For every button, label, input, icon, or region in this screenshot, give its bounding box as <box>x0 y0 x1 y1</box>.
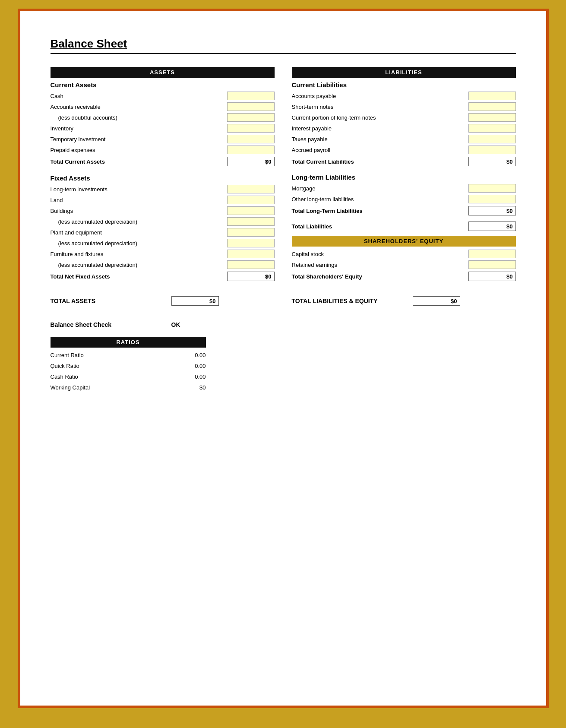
capital-stock-row: Capital stock <box>292 249 516 259</box>
working-capital-row: Working Capital $0 <box>51 383 206 392</box>
less-accum-dep3-input[interactable] <box>227 260 275 269</box>
taxes-payable-label: Taxes payable <box>292 136 328 142</box>
current-lt-notes-input[interactable] <box>468 113 516 122</box>
buildings-input[interactable] <box>227 206 275 215</box>
mortgage-row: Mortgage <box>292 184 516 193</box>
assets-column: ASSETS Current Assets Cash Accounts rece… <box>51 67 275 283</box>
liabilities-column: LIABILITIES Current Liabilities Accounts… <box>292 67 516 283</box>
interest-payable-input[interactable] <box>468 124 516 133</box>
less-accum-dep1-label: (less accumulated depreciation) <box>51 218 138 225</box>
longterm-investments-label: Long-term investments <box>51 186 108 193</box>
prepaid-row: Prepaid expenses <box>51 145 275 155</box>
accrued-payroll-input[interactable] <box>468 146 516 154</box>
retained-earnings-input[interactable] <box>468 260 516 269</box>
liabilities-header: LIABILITIES <box>292 67 516 78</box>
total-liabilities-label: Total Liabilities <box>292 223 332 230</box>
less-accum-dep3-row: (less accumulated depreciation) <box>51 260 275 269</box>
total-liabilities-equity-row: TOTAL LIABILITIES & EQUITY $0 <box>292 296 516 306</box>
current-lt-notes-row: Current portion of long-term notes <box>292 113 516 122</box>
capital-stock-label: Capital stock <box>292 251 324 257</box>
other-lt-liabilities-input[interactable] <box>468 195 516 203</box>
furniture-row: Furniture and fixtures <box>51 249 275 259</box>
mortgage-label: Mortgage <box>292 185 316 192</box>
accounts-payable-input[interactable] <box>468 92 516 100</box>
current-lt-notes-label: Current portion of long-term notes <box>292 114 376 121</box>
inventory-label: Inventory <box>51 125 73 132</box>
title-divider <box>51 53 516 54</box>
less-doubtful-label: (less doubtful accounts) <box>51 114 117 121</box>
inventory-row: Inventory <box>51 123 275 133</box>
cash-input[interactable] <box>227 92 275 100</box>
retained-earnings-row: Retained earnings <box>292 260 516 269</box>
accounts-receivable-input[interactable] <box>227 102 275 111</box>
assets-header: ASSETS <box>51 67 275 78</box>
total-shareholders-equity-label: Total Shareholders' Equity <box>292 273 362 280</box>
retained-earnings-label: Retained earnings <box>292 262 338 268</box>
longterm-liabilities-header: Long-term Liabilities <box>292 174 516 181</box>
total-current-assets-value: $0 <box>227 157 275 166</box>
total-current-liabilities-label: Total Current Liabilities <box>292 158 354 165</box>
total-liabilities-value: $0 <box>468 222 516 231</box>
ratios-header: RATIOS <box>51 337 206 348</box>
temp-investment-row: Temporary investment <box>51 134 275 144</box>
total-lt-liabilities-label: Total Long-Term Liabilities <box>292 208 363 214</box>
other-lt-liabilities-row: Other long-term liabilities <box>292 194 516 204</box>
land-label: Land <box>51 197 63 203</box>
capital-stock-input[interactable] <box>468 250 516 258</box>
taxes-payable-row: Taxes payable <box>292 134 516 144</box>
shareholders-equity-header: SHAREHOLDERS' EQUITY <box>292 236 516 247</box>
inventory-input[interactable] <box>227 124 275 133</box>
prepaid-input[interactable] <box>227 146 275 154</box>
plant-equipment-input[interactable] <box>227 228 275 237</box>
accounts-payable-label: Accounts payable <box>292 93 336 99</box>
total-current-liabilities-value: $0 <box>468 157 516 166</box>
interest-payable-label: Interest payable <box>292 125 332 132</box>
less-accum-dep2-label: (less accumulated depreciation) <box>51 240 138 247</box>
temp-investment-input[interactable] <box>227 135 275 143</box>
longterm-investments-row: Long-term investments <box>51 184 275 194</box>
total-assets-row: TOTAL ASSETS $0 <box>51 296 275 306</box>
mortgage-input[interactable] <box>468 184 516 193</box>
taxes-payable-input[interactable] <box>468 135 516 143</box>
less-accum-dep1-row: (less accumulated depreciation) <box>51 217 275 226</box>
short-term-notes-row: Short-term notes <box>292 102 516 111</box>
total-shareholders-equity-row: Total Shareholders' Equity $0 <box>292 271 516 282</box>
page-container: Balance Sheet ASSETS Current Assets Cash… <box>18 9 549 708</box>
current-ratio-row: Current Ratio 0.00 <box>51 350 206 360</box>
total-current-assets-label: Total Current Assets <box>51 158 105 165</box>
total-liabilities-equity-label: TOTAL LIABILITIES & EQUITY <box>292 298 413 304</box>
total-current-liabilities-row: Total Current Liabilities $0 <box>292 156 516 167</box>
buildings-label: Buildings <box>51 208 73 214</box>
total-current-assets-row: Total Current Assets $0 <box>51 156 275 167</box>
short-term-notes-input[interactable] <box>468 102 516 111</box>
interest-payable-row: Interest payable <box>292 123 516 133</box>
prepaid-label: Prepaid expenses <box>51 147 95 153</box>
ratios-section: RATIOS Current Ratio 0.00 Quick Ratio 0.… <box>51 337 206 392</box>
accounts-receivable-row: Accounts receivable <box>51 102 275 111</box>
longterm-investments-input[interactable] <box>227 185 275 193</box>
total-assets-value: $0 <box>171 296 219 306</box>
quick-ratio-value: 0.00 <box>158 363 206 369</box>
total-lt-liabilities-row: Total Long-Term Liabilities $0 <box>292 206 516 216</box>
furniture-input[interactable] <box>227 250 275 258</box>
less-doubtful-input[interactable] <box>227 113 275 122</box>
total-fixed-assets-label: Total Net Fixed Assets <box>51 273 110 280</box>
less-accum-dep2-input[interactable] <box>227 239 275 247</box>
total-assets-label: TOTAL ASSETS <box>51 298 171 304</box>
less-accum-dep1-input[interactable] <box>227 217 275 226</box>
land-input[interactable] <box>227 196 275 204</box>
other-lt-liabilities-label: Other long-term liabilities <box>292 196 354 203</box>
page-title: Balance Sheet <box>51 37 516 51</box>
quick-ratio-label: Quick Ratio <box>51 363 79 369</box>
cash-row: Cash <box>51 91 275 101</box>
cash-ratio-row: Cash Ratio 0.00 <box>51 372 206 381</box>
total-fixed-assets-row: Total Net Fixed Assets $0 <box>51 271 275 282</box>
total-lt-liabilities-value: $0 <box>468 206 516 215</box>
total-shareholders-equity-value: $0 <box>468 272 516 281</box>
less-accum-dep3-label: (less accumulated depreciation) <box>51 262 138 268</box>
balance-check-row: Balance Sheet Check OK <box>51 321 516 328</box>
less-accum-dep2-row: (less accumulated depreciation) <box>51 238 275 248</box>
cash-label: Cash <box>51 93 63 99</box>
accounts-receivable-label: Accounts receivable <box>51 104 101 110</box>
current-ratio-label: Current Ratio <box>51 352 84 358</box>
